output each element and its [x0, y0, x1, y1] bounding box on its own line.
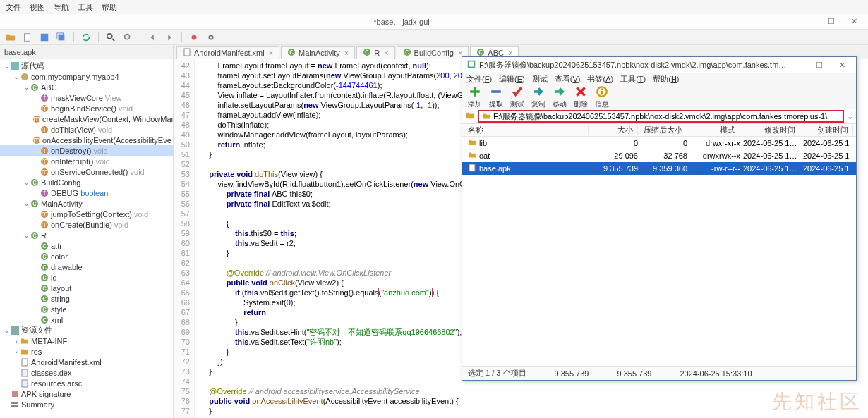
fm-menu-item[interactable]: 帮助(H) [653, 74, 679, 85]
fm-row[interactable]: oat 29 096 32 768 drwxrwx--x 2024-06-25 … [462, 149, 856, 162]
tree-node[interactable]: c id [0, 272, 173, 283]
fm-tb-信息[interactable]: 信息 [592, 85, 612, 109]
tree-node[interactable]: m doThis(View) void [0, 124, 173, 135]
jadx-menu-item[interactable]: 帮助 [102, 2, 117, 13]
settings-icon[interactable] [205, 31, 217, 44]
fm-col-header[interactable]: 大小 [589, 125, 638, 135]
tab-close-icon[interactable]: × [269, 49, 273, 57]
tree-node[interactable]: › res [0, 346, 173, 357]
tree-node[interactable]: m onAccessibilityEvent(AccessibilityEve [0, 135, 173, 145]
fm-tb-添加[interactable]: 添加 [465, 85, 485, 109]
tab-close-icon[interactable]: × [384, 49, 388, 57]
tree-node[interactable]: c string [0, 293, 173, 304]
fm-tb-移动[interactable]: 移动 [550, 85, 569, 109]
fm-row[interactable]: lib 0 0 drwxr-xr-x 2024-06-25 1… 2024-06… [462, 137, 856, 149]
tree-node[interactable]: m onServiceConnected() void [0, 166, 173, 177]
fm-file-list[interactable]: 名称大小压缩后大小模式修改时间创建时间 lib 0 0 drwxr-xr-x 2… [462, 123, 856, 366]
tree-node[interactable]: m onDestroy() void [0, 145, 173, 156]
tree-twisty-icon[interactable]: ⌄ [23, 178, 30, 187]
tree-node[interactable]: m jumpToSetting(Context) void [0, 209, 173, 219]
tree-node[interactable]: classes.dex [0, 367, 173, 378]
tree-node[interactable]: ⌄ 源代码 [0, 61, 173, 71]
tree-node[interactable]: › META-INF [0, 336, 173, 346]
tree-node[interactable]: m beginBindService() void [0, 103, 173, 113]
new-icon[interactable] [21, 31, 34, 44]
fm-minimize-icon[interactable]: ― [787, 59, 807, 70]
search-icon[interactable] [104, 31, 117, 44]
open-icon[interactable] [4, 31, 17, 44]
fm-path-folder-icon[interactable] [465, 111, 475, 121]
fm-tb-复制[interactable]: 复制 [529, 85, 548, 109]
tree-twisty-icon[interactable]: ⌄ [23, 230, 30, 240]
tree-node[interactable]: m createMaskView(Context, WindowManager [0, 113, 173, 124]
tree-twisty-icon[interactable]: ⌄ [23, 199, 30, 208]
tab-close-icon[interactable]: × [458, 49, 462, 57]
fm-tb-删除[interactable]: 删除 [571, 85, 591, 109]
maximize-icon[interactable]: ☐ [821, 16, 841, 27]
fm-menu-item[interactable]: 编辑(E) [499, 74, 525, 85]
tree-node[interactable]: AndroidManifest.xml [0, 357, 173, 367]
tree-node[interactable]: m onInterrupt() void [0, 156, 173, 166]
tree-node[interactable]: resources.arsc [0, 378, 173, 388]
fm-tb-测试[interactable]: 测试 [507, 85, 527, 109]
editor-tab[interactable]: c R × [356, 46, 394, 59]
fm-menu-item[interactable]: 工具(T) [620, 74, 646, 85]
tree-node[interactable]: ⌄ com.mycompany.myapp4 [0, 71, 173, 82]
back-icon[interactable] [146, 31, 159, 44]
tree-node[interactable]: ⌄ c ABC [0, 82, 173, 92]
tree-node[interactable]: c style [0, 304, 173, 314]
tree-node[interactable]: c drawable [0, 262, 173, 272]
tab-close-icon[interactable]: × [344, 49, 349, 57]
save-icon[interactable] [38, 31, 51, 44]
tree-twisty-icon[interactable]: › [13, 348, 20, 356]
tree-node[interactable]: Summary [0, 399, 173, 410]
fm-menu-item[interactable]: 查看(V) [555, 74, 581, 85]
debug-icon[interactable] [188, 31, 200, 44]
tree-node[interactable]: m onCreate(Bundle) void [0, 219, 173, 230]
fm-col-header[interactable]: 压缩后大小 [638, 125, 687, 135]
left-tab[interactable]: base.apk [0, 45, 173, 59]
find-icon[interactable] [121, 31, 134, 44]
tree-node[interactable]: ⌄ c R [0, 230, 173, 240]
tree-twisty-icon[interactable]: › [13, 337, 20, 345]
fm-path-dropdown-icon[interactable]: ⌄ [847, 112, 853, 121]
jadx-menu-item[interactable]: 视图 [30, 2, 45, 13]
fm-menu-item[interactable]: 文件(F) [466, 74, 492, 85]
tree-twisty-icon[interactable]: ⌄ [13, 72, 20, 81]
tree-node[interactable]: ⌄ c BuildConfig [0, 177, 173, 188]
fm-maximize-icon[interactable]: ☐ [809, 59, 829, 70]
editor-tab[interactable]: AndroidManifest.xml × [176, 46, 279, 59]
forward-icon[interactable] [163, 31, 176, 44]
jadx-menu-item[interactable]: 工具 [78, 2, 93, 13]
sync-icon[interactable] [80, 31, 92, 44]
jadx-menu-item[interactable]: 文件 [6, 2, 21, 13]
fm-col-header[interactable]: 模式 [687, 125, 740, 135]
fm-path-input[interactable]: F:\服务器镜像\backup20240625153457.npbk\nox-d… [478, 110, 844, 123]
tree-node[interactable]: f DEBUG boolean [0, 188, 173, 198]
fm-col-header[interactable]: 创建时间 [800, 125, 853, 135]
tree-node[interactable]: ⌄ c MainActivity [0, 198, 173, 209]
saveall-icon[interactable] [55, 31, 68, 44]
fm-header-row[interactable]: 名称大小压缩后大小模式修改时间创建时间 [462, 124, 856, 137]
fm-close-icon[interactable]: ✕ [832, 59, 852, 70]
tree-node[interactable]: c attr [0, 240, 173, 251]
editor-tab[interactable]: c BuildConfig × [397, 46, 469, 59]
fm-row[interactable]: base.apk 9 355 739 9 359 360 -rw-r--r-- … [462, 162, 856, 175]
jadx-menu-item[interactable]: 导航 [54, 2, 69, 13]
tree-node[interactable]: ⌄ 资源文件 [0, 325, 173, 336]
tree-twisty-icon[interactable]: ⌄ [23, 82, 30, 92]
tree-twisty-icon[interactable]: ⌄ [3, 61, 10, 70]
jadx-tree[interactable]: ⌄ 源代码 ⌄ com.mycompany.myapp4 ⌄ c ABC f m… [0, 59, 173, 418]
tab-close-icon[interactable]: × [508, 49, 512, 57]
tree-twisty-icon[interactable]: ⌄ [3, 326, 10, 335]
tree-node[interactable]: c layout [0, 283, 173, 293]
minimize-icon[interactable]: ― [799, 16, 819, 27]
editor-tab[interactable]: c MainActivity × [281, 46, 355, 59]
fm-menu-item[interactable]: 书签(A) [587, 74, 613, 85]
tree-node[interactable]: c xml [0, 314, 173, 325]
tree-node[interactable]: f maskViewCore View [0, 92, 173, 103]
fm-menu-item[interactable]: 测试 [532, 74, 548, 85]
tree-node[interactable]: c color [0, 251, 173, 262]
fm-tb-提取[interactable]: 提取 [486, 85, 506, 109]
close-icon[interactable]: ✕ [844, 16, 864, 27]
